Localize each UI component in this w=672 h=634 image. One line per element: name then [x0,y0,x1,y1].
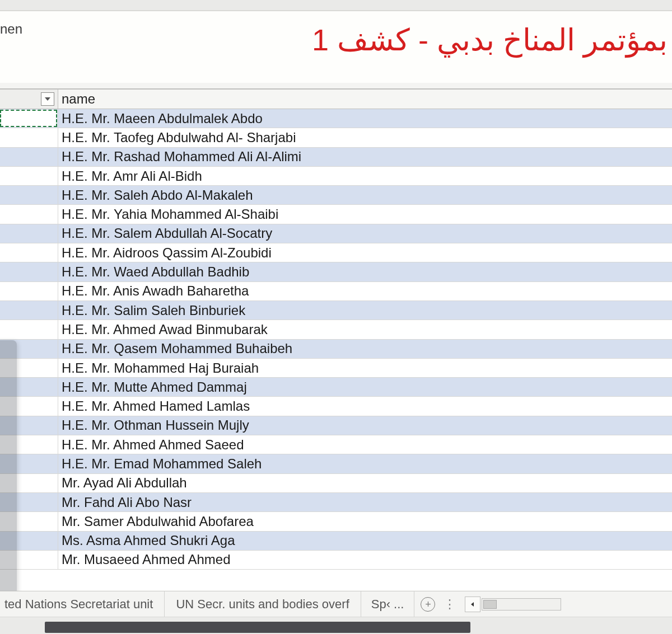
row-col-a[interactable] [0,282,58,300]
table-row[interactable]: H.E. Mr. Waed Abdullah Badhib [0,262,672,281]
column-a-header[interactable] [0,90,58,109]
row-col-a[interactable] [0,551,58,569]
table-row[interactable]: H.E. Mr. Salim Saleh Binburiek [0,301,672,320]
name-cell[interactable]: H.E. Mr. Ahmed Ahmed Saeed [58,437,672,453]
row-col-a[interactable] [0,532,58,550]
row-col-a[interactable] [0,397,58,415]
table-row[interactable]: H.E. Mr. Rashad Mohammed Ali Al-Alimi [0,148,672,167]
table-row[interactable]: Mr. Ayad Ali Abdullah [0,474,672,493]
row-col-a[interactable] [0,148,58,166]
row-col-a[interactable] [0,224,58,243]
table-row[interactable]: H.E. Mr. Yahia Mohammed Al-Shaibi [0,205,672,224]
table-row[interactable]: H.E. Mr. Maeen Abdulmalek Abdo [0,109,672,128]
row-col-a[interactable] [0,320,58,339]
tabs-more-button[interactable]: ⋮ [439,597,460,612]
row-col-a[interactable] [0,128,58,147]
row-col-a[interactable] [0,416,58,435]
name-cell[interactable]: Mr. Samer Abdulwahid Abofarea [58,514,672,529]
triangle-left-icon [470,602,475,607]
row-col-a[interactable] [0,512,58,530]
table-row[interactable]: H.E. Mr. Emad Mohammed Saleh [0,454,672,473]
row-col-a[interactable] [0,109,58,128]
row-col-a[interactable] [0,435,58,454]
name-cell[interactable]: H.E. Mr. Ahmed Awad Binmubarak [58,322,672,337]
data-rows-container: H.E. Mr. Maeen Abdulmalek AbdoH.E. Mr. T… [0,109,672,570]
name-cell[interactable]: H.E. Mr. Salem Abdullah Al-Socatry [58,226,672,241]
plus-icon: + [421,597,435,612]
name-cell[interactable]: H.E. Mr. Aidroos Qassim Al-Zoubidi [58,245,672,261]
row-col-a[interactable] [0,243,58,262]
name-cell[interactable]: H.E. Mr. Emad Mohammed Saleh [58,456,672,472]
table-row[interactable]: H.E. Mr. Aidroos Qassim Al-Zoubidi [0,243,672,262]
status-bar [0,617,672,634]
name-cell[interactable]: Mr. Fahd Ali Abo Nasr [58,495,672,510]
filter-dropdown-button[interactable] [41,92,54,106]
name-cell[interactable]: H.E. Mr. Ahmed Hamed Lamlas [58,398,672,414]
name-cell[interactable]: Ms. Asma Ahmed Shukri Aga [58,533,672,548]
name-cell[interactable]: Mr. Ayad Ali Abdullah [58,475,672,491]
svg-marker-1 [471,602,474,607]
table-row[interactable]: Mr. Fahd Ali Abo Nasr [0,493,672,512]
table-row[interactable]: H.E. Mr. Saleh Abdo Al-Makaleh [0,186,672,205]
name-cell[interactable]: H.E. Mr. Othman Hussein Mujly [58,417,672,433]
row-col-a[interactable] [0,301,58,320]
status-bar-dark-segment [45,622,470,633]
name-cell[interactable]: H.E. Mr. Saleh Abdo Al-Makaleh [58,187,672,203]
table-row[interactable]: H.E. Mr. Mutte Ahmed Dammaj [0,378,672,397]
row-col-a[interactable] [0,186,58,204]
chevron-down-icon [44,97,51,101]
svg-marker-0 [45,97,50,101]
header-area: nen بمؤتمر المناخ بدبي - كشف 1 [0,11,672,83]
name-cell[interactable]: H.E. Mr. Taofeg Abdulwahd Al- Sharjabi [58,130,672,145]
sheet-tab-un-secr-units[interactable]: UN Secr. units and bodies overf [165,591,361,617]
row-col-a[interactable] [0,359,58,377]
sheet-tabs-bar: ted Nations Secretariat unit UN Secr. un… [0,591,672,617]
table-row[interactable]: H.E. Mr. Salem Abdullah Al-Socatry [0,224,672,243]
horizontal-scrollbar [465,597,561,612]
table-row[interactable]: H.E. Mr. Amr Ali Al-Bidh [0,167,672,186]
name-cell[interactable]: H.E. Mr. Mohammed Haj Buraiah [58,360,672,376]
spreadsheet-grid[interactable]: name H.E. Mr. Maeen Abdulmalek AbdoH.E. … [0,88,672,590]
hscroll-track[interactable] [482,598,561,610]
column-header-row: name [0,90,672,109]
hscroll-left-button[interactable] [465,597,480,612]
table-row[interactable]: H.E. Mr. Mohammed Haj Buraiah [0,359,672,378]
name-cell[interactable]: H.E. Mr. Salim Saleh Binburiek [58,303,672,318]
name-cell[interactable]: H.E. Mr. Qasem Mohammed Buhaibeh [58,341,672,356]
table-row[interactable]: H.E. Mr. Taofeg Abdulwahd Al- Sharjabi [0,128,672,147]
row-col-a[interactable] [0,262,58,281]
sheet-tab-nations-secretariat[interactable]: ted Nations Secretariat unit [0,591,165,617]
name-cell[interactable]: H.E. Mr. Anis Awadh Baharetha [58,283,672,299]
table-row[interactable]: H.E. Mr. Othman Hussein Mujly [0,416,672,435]
table-row[interactable]: Ms. Asma Ahmed Shukri Aga [0,532,672,551]
table-row[interactable]: H.E. Mr. Ahmed Ahmed Saeed [0,435,672,454]
row-col-a[interactable] [0,474,58,492]
name-cell[interactable]: H.E. Mr. Mutte Ahmed Dammaj [58,379,672,395]
page-title: بمؤتمر المناخ بدبي - كشف 1 [312,22,668,58]
hscroll-thumb[interactable] [483,600,497,609]
name-cell[interactable]: Mr. Musaeed Ahmed Ahmed [58,552,672,567]
name-cell[interactable]: H.E. Mr. Rashad Mohammed Ali Al-Alimi [58,149,672,165]
table-row[interactable]: H.E. Mr. Anis Awadh Baharetha [0,282,672,301]
row-col-a[interactable] [0,340,58,358]
table-row[interactable]: H.E. Mr. Ahmed Awad Binmubarak [0,320,672,339]
row-col-a[interactable] [0,493,58,511]
name-cell[interactable]: H.E. Mr. Yahia Mohammed Al-Shaibi [58,206,672,222]
new-sheet-button[interactable]: + [417,593,439,616]
truncated-left-text: nen [0,21,22,37]
row-col-a[interactable] [0,454,58,473]
name-cell[interactable]: H.E. Mr. Maeen Abdulmalek Abdo [58,111,672,126]
row-col-a[interactable] [0,378,58,396]
window-top-strip [0,0,672,11]
row-col-a[interactable] [0,205,58,223]
name-cell[interactable]: H.E. Mr. Waed Abdullah Badhib [58,264,672,280]
name-cell[interactable]: H.E. Mr. Amr Ali Al-Bidh [58,168,672,184]
table-row[interactable]: Mr. Samer Abdulwahid Abofarea [0,512,672,531]
sheet-tab-truncated[interactable]: Sp‹ ... [361,591,415,617]
column-name-header[interactable]: name [58,90,672,109]
table-row[interactable]: H.E. Mr. Ahmed Hamed Lamlas [0,397,672,416]
row-col-a[interactable] [0,167,58,185]
table-row[interactable]: Mr. Musaeed Ahmed Ahmed [0,551,672,570]
table-row[interactable]: H.E. Mr. Qasem Mohammed Buhaibeh [0,340,672,359]
